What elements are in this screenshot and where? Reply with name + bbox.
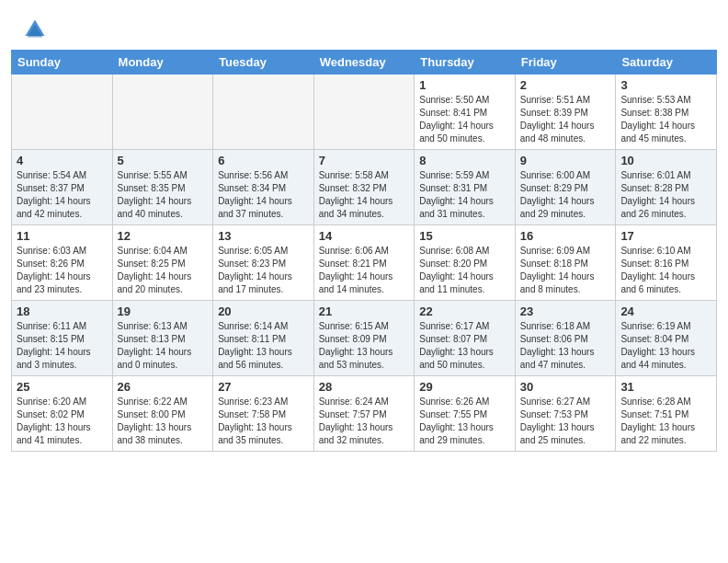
calendar-container: SundayMondayTuesdayWednesdayThursdayFrid… bbox=[0, 50, 728, 463]
calendar-day-29: 29Sunrise: 6:26 AM Sunset: 7:55 PM Dayli… bbox=[415, 376, 516, 452]
day-number: 5 bbox=[118, 154, 209, 167]
day-info: Sunrise: 6:00 AM Sunset: 8:29 PM Dayligh… bbox=[520, 169, 611, 221]
day-number: 2 bbox=[520, 78, 611, 92]
day-number: 1 bbox=[419, 78, 510, 92]
day-info: Sunrise: 5:50 AM Sunset: 8:41 PM Dayligh… bbox=[419, 94, 510, 145]
calendar-day-8: 8Sunrise: 5:59 AM Sunset: 8:31 PM Daylig… bbox=[415, 150, 516, 225]
weekday-header-saturday: Saturday bbox=[616, 51, 717, 75]
day-number: 30 bbox=[520, 380, 611, 394]
calendar-day-empty bbox=[313, 75, 415, 150]
calendar-day-18: 18Sunrise: 6:11 AM Sunset: 8:15 PM Dayli… bbox=[12, 301, 113, 376]
calendar-day-10: 10Sunrise: 6:01 AM Sunset: 8:28 PM Dayli… bbox=[616, 150, 717, 225]
day-number: 16 bbox=[520, 229, 611, 243]
day-number: 10 bbox=[620, 154, 711, 167]
calendar-day-25: 25Sunrise: 6:20 AM Sunset: 8:02 PM Dayli… bbox=[12, 376, 113, 452]
calendar-day-empty bbox=[12, 75, 113, 150]
day-number: 18 bbox=[17, 304, 108, 318]
day-number: 20 bbox=[218, 304, 309, 318]
day-number: 4 bbox=[17, 154, 108, 167]
day-number: 27 bbox=[218, 380, 309, 394]
calendar-week-row: 4Sunrise: 5:54 AM Sunset: 8:37 PM Daylig… bbox=[12, 150, 717, 225]
calendar-day-22: 22Sunrise: 6:17 AM Sunset: 8:07 PM Dayli… bbox=[415, 301, 516, 376]
day-number: 11 bbox=[17, 229, 108, 243]
weekday-header-thursday: Thursday bbox=[415, 51, 516, 75]
calendar-day-24: 24Sunrise: 6:19 AM Sunset: 8:04 PM Dayli… bbox=[616, 301, 717, 376]
day-info: Sunrise: 6:26 AM Sunset: 7:55 PM Dayligh… bbox=[419, 396, 510, 447]
calendar-day-2: 2Sunrise: 5:51 AM Sunset: 8:39 PM Daylig… bbox=[515, 75, 616, 150]
day-info: Sunrise: 6:14 AM Sunset: 8:11 PM Dayligh… bbox=[218, 320, 309, 372]
calendar-day-19: 19Sunrise: 6:13 AM Sunset: 8:13 PM Dayli… bbox=[112, 301, 213, 376]
day-number: 13 bbox=[218, 229, 309, 243]
calendar-day-16: 16Sunrise: 6:09 AM Sunset: 8:18 PM Dayli… bbox=[515, 225, 616, 301]
day-number: 29 bbox=[419, 380, 510, 394]
calendar-day-28: 28Sunrise: 6:24 AM Sunset: 7:57 PM Dayli… bbox=[313, 376, 415, 452]
calendar-day-14: 14Sunrise: 6:06 AM Sunset: 8:21 PM Dayli… bbox=[313, 225, 415, 301]
day-number: 22 bbox=[419, 304, 510, 318]
day-info: Sunrise: 6:24 AM Sunset: 7:57 PM Dayligh… bbox=[319, 396, 410, 447]
calendar-day-17: 17Sunrise: 6:10 AM Sunset: 8:16 PM Dayli… bbox=[616, 225, 717, 301]
day-number: 24 bbox=[620, 304, 711, 318]
day-info: Sunrise: 6:08 AM Sunset: 8:20 PM Dayligh… bbox=[419, 245, 510, 296]
day-info: Sunrise: 6:28 AM Sunset: 7:51 PM Dayligh… bbox=[620, 396, 711, 447]
day-number: 19 bbox=[118, 304, 209, 318]
calendar-week-row: 25Sunrise: 6:20 AM Sunset: 8:02 PM Dayli… bbox=[12, 376, 717, 452]
day-number: 17 bbox=[620, 229, 711, 243]
day-info: Sunrise: 6:06 AM Sunset: 8:21 PM Dayligh… bbox=[319, 245, 410, 296]
calendar-week-row: 11Sunrise: 6:03 AM Sunset: 8:26 PM Dayli… bbox=[12, 225, 717, 301]
day-info: Sunrise: 6:17 AM Sunset: 8:07 PM Dayligh… bbox=[419, 320, 510, 372]
day-info: Sunrise: 6:15 AM Sunset: 8:09 PM Dayligh… bbox=[319, 320, 410, 372]
day-info: Sunrise: 6:03 AM Sunset: 8:26 PM Dayligh… bbox=[17, 245, 108, 296]
day-info: Sunrise: 6:18 AM Sunset: 8:06 PM Dayligh… bbox=[520, 320, 611, 372]
day-info: Sunrise: 5:54 AM Sunset: 8:37 PM Dayligh… bbox=[17, 169, 108, 221]
day-number: 3 bbox=[620, 78, 711, 92]
calendar-day-5: 5Sunrise: 5:55 AM Sunset: 8:35 PM Daylig… bbox=[112, 150, 213, 225]
day-info: Sunrise: 6:10 AM Sunset: 8:16 PM Dayligh… bbox=[620, 245, 711, 296]
day-info: Sunrise: 6:23 AM Sunset: 7:58 PM Dayligh… bbox=[218, 396, 309, 447]
logo bbox=[22, 17, 51, 42]
calendar-day-26: 26Sunrise: 6:22 AM Sunset: 8:00 PM Dayli… bbox=[112, 376, 213, 452]
calendar-day-13: 13Sunrise: 6:05 AM Sunset: 8:23 PM Dayli… bbox=[213, 225, 314, 301]
calendar-day-12: 12Sunrise: 6:04 AM Sunset: 8:25 PM Dayli… bbox=[112, 225, 213, 301]
day-info: Sunrise: 6:04 AM Sunset: 8:25 PM Dayligh… bbox=[118, 245, 209, 296]
calendar-day-20: 20Sunrise: 6:14 AM Sunset: 8:11 PM Dayli… bbox=[213, 301, 314, 376]
day-number: 23 bbox=[520, 304, 611, 318]
calendar-day-6: 6Sunrise: 5:56 AM Sunset: 8:34 PM Daylig… bbox=[213, 150, 314, 225]
day-info: Sunrise: 5:56 AM Sunset: 8:34 PM Dayligh… bbox=[218, 169, 309, 221]
weekday-header-monday: Monday bbox=[112, 51, 213, 75]
calendar-day-30: 30Sunrise: 6:27 AM Sunset: 7:53 PM Dayli… bbox=[515, 376, 616, 452]
day-number: 31 bbox=[620, 380, 711, 394]
day-number: 6 bbox=[218, 154, 309, 167]
calendar-day-11: 11Sunrise: 6:03 AM Sunset: 8:26 PM Dayli… bbox=[12, 225, 113, 301]
day-info: Sunrise: 5:51 AM Sunset: 8:39 PM Dayligh… bbox=[520, 94, 611, 145]
day-info: Sunrise: 5:53 AM Sunset: 8:38 PM Dayligh… bbox=[620, 94, 711, 145]
calendar-day-23: 23Sunrise: 6:18 AM Sunset: 8:06 PM Dayli… bbox=[515, 301, 616, 376]
day-info: Sunrise: 6:09 AM Sunset: 8:18 PM Dayligh… bbox=[520, 245, 611, 296]
day-info: Sunrise: 6:22 AM Sunset: 8:00 PM Dayligh… bbox=[118, 396, 209, 447]
day-number: 25 bbox=[17, 380, 108, 394]
calendar-day-empty bbox=[213, 75, 314, 150]
day-info: Sunrise: 5:58 AM Sunset: 8:32 PM Dayligh… bbox=[319, 169, 410, 221]
page-header bbox=[0, 0, 728, 50]
day-info: Sunrise: 6:01 AM Sunset: 8:28 PM Dayligh… bbox=[620, 169, 711, 221]
logo-icon bbox=[22, 17, 48, 42]
weekday-header-wednesday: Wednesday bbox=[313, 51, 415, 75]
calendar-day-31: 31Sunrise: 6:28 AM Sunset: 7:51 PM Dayli… bbox=[616, 376, 717, 452]
calendar-day-empty bbox=[112, 75, 213, 150]
day-number: 8 bbox=[419, 154, 510, 167]
day-info: Sunrise: 5:59 AM Sunset: 8:31 PM Dayligh… bbox=[419, 169, 510, 221]
day-info: Sunrise: 6:05 AM Sunset: 8:23 PM Dayligh… bbox=[218, 245, 309, 296]
day-number: 12 bbox=[118, 229, 209, 243]
calendar-day-3: 3Sunrise: 5:53 AM Sunset: 8:38 PM Daylig… bbox=[616, 75, 717, 150]
day-info: Sunrise: 5:55 AM Sunset: 8:35 PM Dayligh… bbox=[118, 169, 209, 221]
calendar-day-27: 27Sunrise: 6:23 AM Sunset: 7:58 PM Dayli… bbox=[213, 376, 314, 452]
day-number: 28 bbox=[319, 380, 410, 394]
calendar-week-row: 1Sunrise: 5:50 AM Sunset: 8:41 PM Daylig… bbox=[12, 75, 717, 150]
day-info: Sunrise: 6:13 AM Sunset: 8:13 PM Dayligh… bbox=[118, 320, 209, 372]
day-number: 21 bbox=[319, 304, 410, 318]
calendar-day-21: 21Sunrise: 6:15 AM Sunset: 8:09 PM Dayli… bbox=[313, 301, 415, 376]
weekday-header-tuesday: Tuesday bbox=[213, 51, 314, 75]
day-number: 9 bbox=[520, 154, 611, 167]
calendar-table: SundayMondayTuesdayWednesdayThursdayFrid… bbox=[11, 50, 717, 452]
day-info: Sunrise: 6:27 AM Sunset: 7:53 PM Dayligh… bbox=[520, 396, 611, 447]
day-number: 14 bbox=[319, 229, 410, 243]
